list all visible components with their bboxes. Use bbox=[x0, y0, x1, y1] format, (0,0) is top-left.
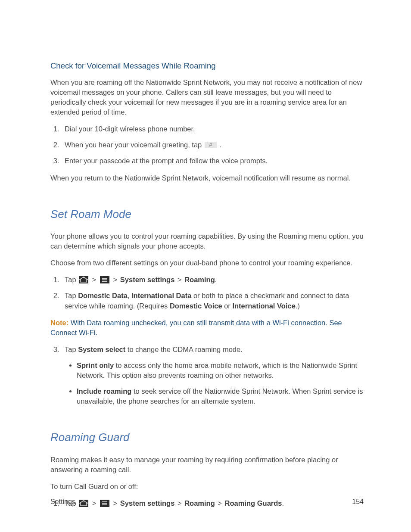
bold-label: Domestic Data bbox=[78, 292, 128, 299]
step-text: , bbox=[128, 292, 131, 299]
step-text: Tap bbox=[65, 292, 78, 299]
bold-label: International Data bbox=[131, 292, 191, 299]
paragraph: Your phone allows you to control your ro… bbox=[50, 231, 364, 251]
bullet-text: to access only the home area mobile netw… bbox=[77, 361, 357, 379]
step-text: . bbox=[218, 141, 221, 149]
menu-icon bbox=[100, 276, 109, 283]
bold-label: Domestic Voice bbox=[170, 302, 222, 310]
bullet-list: Sprint only to access only the home area… bbox=[65, 361, 364, 406]
bold-label: Include roaming bbox=[77, 387, 131, 395]
bold-label: System select bbox=[78, 345, 125, 353]
breadcrumb-sep: > bbox=[111, 276, 119, 283]
step-text: Tap bbox=[65, 276, 78, 283]
home-icon bbox=[79, 276, 88, 283]
page-footer: Settings 154 bbox=[50, 497, 364, 507]
step-text: or bbox=[222, 302, 233, 310]
bold-label: International Voice bbox=[232, 302, 295, 310]
step-text: . bbox=[215, 276, 217, 283]
step-item: Enter your passcode at the prompt and fo… bbox=[61, 156, 364, 166]
step-item: Tap System select to change the CDMA roa… bbox=[61, 345, 364, 406]
bold-label: System settings bbox=[120, 276, 175, 283]
bold-label: Roaming bbox=[184, 276, 215, 283]
paragraph: When you are roaming off the Nationwide … bbox=[50, 78, 364, 117]
bold-label: Sprint only bbox=[77, 361, 114, 369]
heading-check-voicemail: Check for Voicemail Messages While Roami… bbox=[50, 60, 364, 72]
breadcrumb-sep: > bbox=[175, 276, 184, 283]
note-block: Note: With Data roaming unchecked, you c… bbox=[50, 318, 364, 338]
bullet-item: Sprint only to access only the home area… bbox=[77, 361, 364, 380]
step-item: Dial your 10-digit wireless phone number… bbox=[61, 124, 364, 134]
step-text: When you hear your voicemail greeting, t… bbox=[65, 141, 204, 149]
footer-section: Settings bbox=[50, 497, 75, 507]
heading-set-roam-mode: Set Roam Mode bbox=[50, 206, 364, 222]
hash-key-icon: # bbox=[205, 142, 217, 148]
step-item: Tap > > System settings > Roaming. bbox=[61, 275, 364, 285]
step-list: Tap System select to change the CDMA roa… bbox=[50, 345, 364, 406]
step-list: Tap > > System settings > Roaming. Tap D… bbox=[50, 275, 364, 311]
breadcrumb-sep: > bbox=[90, 276, 98, 283]
step-text: to change the CDMA roaming mode. bbox=[125, 345, 242, 353]
paragraph: To turn Call Guard on or off: bbox=[50, 482, 364, 492]
footer-page-number: 154 bbox=[352, 497, 364, 507]
step-text: .) bbox=[296, 302, 300, 310]
paragraph: Choose from two different settings on yo… bbox=[50, 258, 364, 268]
document-page: Check for Voicemail Messages While Roami… bbox=[0, 0, 411, 532]
step-text: Tap bbox=[65, 345, 78, 353]
note-label: Note: bbox=[50, 319, 68, 327]
step-item: When you hear your voicemail greeting, t… bbox=[61, 140, 364, 150]
heading-roaming-guard: Roaming Guard bbox=[50, 429, 364, 445]
paragraph: When you return to the Nationwide Sprint… bbox=[50, 173, 364, 183]
step-list: Dial your 10-digit wireless phone number… bbox=[50, 124, 364, 166]
paragraph: Roaming makes it easy to manage your roa… bbox=[50, 455, 364, 475]
note-text: With Data roaming unchecked, you can sti… bbox=[50, 319, 342, 336]
step-item: Tap Domestic Data, International Data or… bbox=[61, 291, 364, 311]
bullet-item: Include roaming to seek service off the … bbox=[77, 386, 364, 406]
